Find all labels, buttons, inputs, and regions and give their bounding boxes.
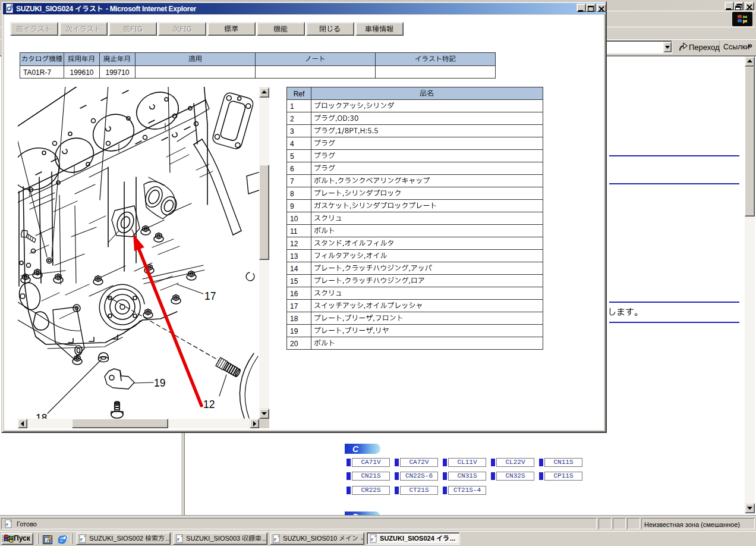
svg-text:12: 12 [203,398,215,410]
svg-text:e: e [177,536,179,542]
svg-text:e: e [274,536,276,542]
svg-text:19: 19 [154,377,165,389]
svg-text:17: 17 [204,290,216,302]
svg-text:e: e [80,536,83,542]
svg-text:18: 18 [36,412,47,419]
svg-text:e: e [371,536,373,542]
svg-text:e: e [6,521,8,527]
